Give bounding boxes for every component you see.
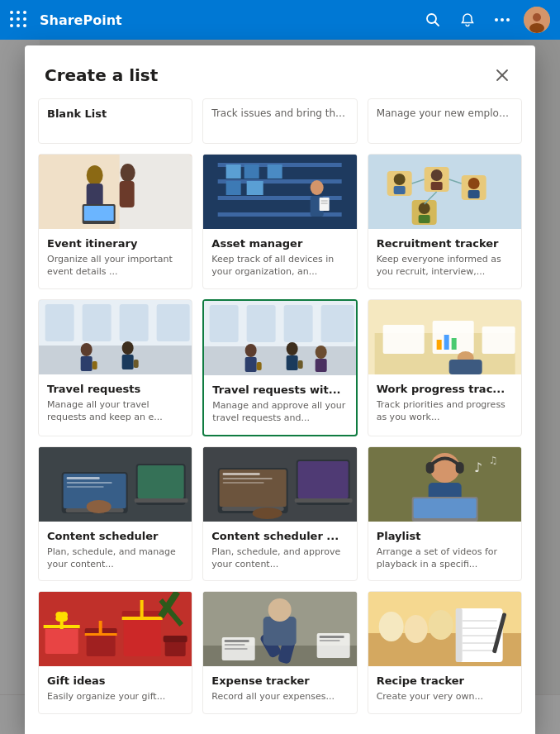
svg-point-28 <box>311 180 324 195</box>
card-title: Blank List <box>47 107 183 120</box>
list-card[interactable]: Track issues and bring them to closure i… <box>202 98 357 144</box>
card-title: Asset manager <box>211 237 348 250</box>
list-card[interactable]: Content scheduler ... Plan, schedule, an… <box>202 446 357 582</box>
svg-point-143 <box>268 598 292 622</box>
list-card[interactable]: ♪ ♫ Playlist Arrange a set of videos for… <box>368 446 522 582</box>
svg-rect-95 <box>138 465 184 498</box>
svg-rect-68 <box>204 346 355 375</box>
list-card[interactable]: Expense tracker Record all your expenses… <box>202 591 357 713</box>
card-image <box>39 300 192 374</box>
svg-rect-102 <box>223 478 273 479</box>
list-card[interactable]: Asset manager Keep track of all devices … <box>202 154 357 289</box>
svg-point-38 <box>430 169 442 181</box>
svg-rect-83 <box>444 335 448 350</box>
svg-rect-25 <box>268 164 282 179</box>
svg-rect-54 <box>157 304 190 341</box>
svg-point-7 <box>529 23 544 33</box>
svg-point-3 <box>501 18 504 21</box>
svg-rect-73 <box>287 355 298 370</box>
card-body: Travel requests Manage all your travel r… <box>39 374 192 434</box>
avatar[interactable] <box>524 7 550 33</box>
svg-rect-82 <box>436 340 441 350</box>
svg-rect-67 <box>321 305 354 342</box>
svg-rect-60 <box>122 355 134 369</box>
svg-point-4 <box>506 18 510 21</box>
list-card[interactable]: Gift ideas Easily organize your gift... <box>38 591 192 713</box>
card-body: Expense tracker Record all your expenses… <box>203 666 356 713</box>
svg-rect-15 <box>120 181 135 207</box>
close-button[interactable] <box>489 62 515 88</box>
card-desc: Create your very own... <box>377 690 513 703</box>
card-title: Travel requests wit... <box>212 384 347 396</box>
svg-rect-45 <box>418 215 429 223</box>
svg-rect-53 <box>120 304 149 341</box>
list-card-selected[interactable]: Travel requests wit... Manage and approv… <box>202 299 357 436</box>
svg-rect-76 <box>316 359 327 372</box>
svg-rect-130 <box>124 617 161 656</box>
svg-rect-101 <box>223 473 260 475</box>
svg-rect-52 <box>83 304 112 341</box>
card-desc: Record all your expenses... <box>211 690 348 703</box>
search-icon[interactable] <box>420 7 446 33</box>
list-card[interactable]: Event itinerary Organize all your import… <box>38 154 192 289</box>
top-navigation: SharePoint <box>0 0 560 40</box>
svg-rect-24 <box>244 164 259 179</box>
card-body: Event itinerary Organize all your import… <box>39 229 192 288</box>
svg-rect-157 <box>455 608 462 662</box>
svg-rect-55 <box>39 346 192 374</box>
list-card[interactable]: Manage your new employee's onboarding... <box>368 98 522 144</box>
card-body: Gift ideas Easily organize your gift... <box>39 666 192 713</box>
svg-rect-64 <box>210 305 239 342</box>
svg-rect-61 <box>134 360 139 368</box>
card-title: Event itinerary <box>47 237 183 250</box>
card-body: Recruitment tracker Keep everyone inform… <box>368 229 521 288</box>
svg-rect-91 <box>67 482 112 484</box>
svg-rect-112 <box>425 462 434 474</box>
card-title: Gift ideas <box>47 674 183 687</box>
svg-rect-132 <box>140 600 144 619</box>
card-body: Playlist Arrange a set of videos for pla… <box>368 522 521 581</box>
svg-point-75 <box>316 346 327 359</box>
list-card[interactable]: Work progress trac... Track priorities a… <box>368 299 522 436</box>
svg-rect-71 <box>257 362 262 370</box>
card-desc: Easily organize your gift... <box>47 690 183 703</box>
svg-rect-58 <box>93 361 97 369</box>
app-launcher-icon[interactable] <box>10 11 28 29</box>
svg-rect-57 <box>81 356 93 371</box>
card-image <box>203 447 356 522</box>
card-title: Work progress trac... <box>377 383 513 395</box>
modal-title: Create a list <box>45 65 158 85</box>
card-desc: Plan, schedule, and approve your content… <box>211 546 348 571</box>
card-title: Recipe tracker <box>377 674 513 687</box>
card-desc: Keep track of all devices in your organi… <box>211 253 348 279</box>
card-desc: Keep everyone informed as you recruit, i… <box>377 253 513 279</box>
card-body: Content scheduler Plan, schedule, and ma… <box>39 522 192 581</box>
app-name: SharePoint <box>40 12 411 28</box>
more-icon[interactable] <box>489 7 515 33</box>
svg-rect-39 <box>430 182 442 190</box>
svg-point-155 <box>428 610 453 640</box>
svg-point-6 <box>533 13 541 21</box>
list-card[interactable]: Blank List <box>38 98 192 144</box>
card-image <box>203 155 356 229</box>
svg-point-12 <box>87 165 103 185</box>
svg-rect-123 <box>44 625 80 628</box>
list-card[interactable]: Recruitment tracker Keep everyone inform… <box>368 154 522 289</box>
notifications-icon[interactable] <box>454 7 481 33</box>
svg-point-69 <box>245 344 257 357</box>
svg-rect-135 <box>164 636 187 642</box>
card-image <box>368 592 521 666</box>
list-grid: Event itinerary Organize all your import… <box>38 154 522 714</box>
card-body: Recipe tracker Create your very own... <box>368 666 521 713</box>
svg-rect-107 <box>295 498 353 503</box>
create-list-modal: Create a list Blank List Track issues an… <box>25 45 535 734</box>
modal-header: Create a list <box>25 45 535 98</box>
list-card[interactable]: Recipe tracker Create your very own... <box>368 591 522 713</box>
svg-rect-51 <box>45 304 74 341</box>
card-body: Work progress trac... Track priorities a… <box>368 374 521 434</box>
svg-point-154 <box>404 615 427 643</box>
list-card[interactable]: Content scheduler Plan, schedule, and ma… <box>38 446 192 582</box>
svg-rect-79 <box>382 325 424 354</box>
list-card[interactable]: Travel requests Manage all your travel r… <box>38 299 192 436</box>
svg-rect-36 <box>393 186 405 194</box>
